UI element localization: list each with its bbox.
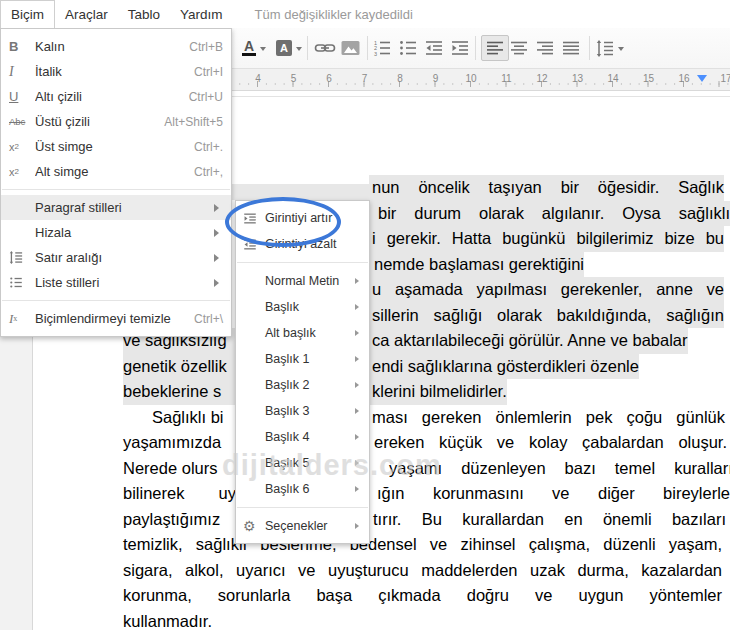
doc-text[interactable]: ığın korunmasını ve diğer bireylerle [369,481,730,507]
submenu-item-normal-metin[interactable]: Normal Metin [236,268,369,294]
doc-text[interactable]: genetik özellik [123,354,236,380]
menu-item-alti-cizili[interactable]: U Altı çizili Ctrl+U [1,84,231,109]
subscript-icon: x2 [9,166,35,178]
menu-item-italik[interactable]: I İtalik Ctrl+I [1,59,231,84]
line-spacing-icon [9,251,35,264]
submenu-arrow-icon [355,523,362,529]
doc-text[interactable]: sillerin sağlığı olarak bakıldığında, sa… [369,303,724,329]
menu-separator [2,300,230,301]
menu-bicim[interactable]: Biçim [0,0,55,28]
doc-text[interactable]: bir durum olarak algılanır. Oysa sağlıkl… [369,201,730,227]
submenu-item-baslik-1[interactable]: Başlık 1 [236,346,369,372]
submenu-item-label: Başlık 6 [265,482,355,496]
doc-text[interactable]: u aşamada yapılması gerekenler, anne ve [369,277,724,303]
menu-item-shortcut: Ctrl+B [189,40,223,54]
submenu-arrow-icon [355,408,362,414]
strikethrough-icon: Abc [9,116,35,127]
submenu-item-girintiyi-azalt[interactable]: Girintiyi azalt [236,231,369,257]
menu-item-label: Altı çizili [35,89,181,104]
submenu-arrow-icon [355,460,362,466]
submenu-arrow-icon [355,356,362,362]
menu-item-label: İtalik [35,64,186,79]
menu-araclar[interactable]: Araçlar [55,0,118,28]
doc-text[interactable]: i gerekir. Hatta bugünkü bilgilerimiz bi… [369,226,724,252]
doc-text[interactable]: Sağlıklı bi [152,405,236,431]
doc-text[interactable]: yaşamı düzenleyen bazı temel kuralların [369,456,730,482]
menu-item-liste-stilleri[interactable]: Liste stilleri [1,270,231,295]
menu-item-label: Paragraf stilleri [35,200,208,215]
doc-text[interactable]: tırır. Bu kurallardan en önemli bazıları [369,507,726,533]
menu-label: Tablo [128,7,160,22]
doc-text[interactable]: bilinerek uy [123,481,236,507]
submenu-arrow-icon [214,254,223,262]
menu-item-paragraf-stilleri[interactable]: Paragraf stilleri [1,195,231,220]
menu-item-label: Üstü çizili [35,114,156,129]
menu-item-label: Kalın [35,39,181,54]
submenu-arrow-icon [355,382,362,388]
submenu-item-alt-baslik[interactable]: Alt başlık [236,320,369,346]
doc-line[interactable]: korunma, sorunlarla başa çıkmada doğru v… [0,583,730,609]
submenu-item-baslik[interactable]: Başlık [236,294,369,320]
increase-indent-icon [243,212,265,225]
menu-separator [237,507,368,508]
doc-text[interactable]: ması gereken önlemlerin pek çoğu günlük [369,405,725,431]
submenu-arrow-icon [355,434,362,440]
submenu-item-baslik-3[interactable]: Başlık 3 [236,398,369,424]
menu-item-hizala[interactable]: Hizala [1,220,231,245]
doc-text[interactable]: nemde başlaması gerektiğini [369,252,584,278]
submenu-item-baslik-6[interactable]: Başlık 6 [236,476,369,502]
submenu-item-secenekler[interactable]: ⚙ Seçenekler [236,513,369,539]
save-status: Tüm değişiklikler kaydedildi [255,0,413,28]
doc-text[interactable]: bebeklerine s [123,379,236,405]
paragraph-styles-submenu: Girintiyi artır Girintiyi azalt Normal M… [235,200,370,544]
doc-text[interactable]: paylaştığımız [123,507,220,533]
submenu-item-label: Alt başlık [265,326,355,340]
menu-item-shortcut: Ctrl+U [189,90,223,104]
menu-item-ustu-cizili[interactable]: Abc Üstü çizili Alt+Shift+5 [1,109,231,134]
submenu-arrow-icon [214,229,223,237]
menu-item-alt-simge[interactable]: x2 Alt simge Ctrl+, [1,159,231,184]
menu-item-satir-araligi[interactable]: Satır aralığı [1,245,231,270]
doc-text[interactable]: endi sağlıklarına gösterdikleri özenle [369,354,639,380]
submenu-item-label: Başlık 5 [265,456,355,470]
underline-icon: U [9,89,35,104]
italic-icon: I [9,64,35,80]
menu-separator [237,262,368,263]
menu-item-shortcut: Alt+Shift+5 [164,115,223,129]
submenu-item-baslik-2[interactable]: Başlık 2 [236,372,369,398]
doc-text[interactable]: temizlik, sağlıklı beslenme, bedensel ve… [123,532,722,558]
doc-text[interactable]: korunma, sorunlarla başa çıkmada doğru v… [123,583,722,609]
menu-item-shortcut: Ctrl+. [194,140,223,154]
menu-item-bicimlendirmeyi-temizle[interactable]: Ix Biçimlendirmeyi temizle Ctrl+\ [1,306,231,331]
submenu-item-label: Başlık 3 [265,404,355,418]
menu-yardim[interactable]: Yardım [170,0,233,28]
menu-item-ust-simge[interactable]: x2 Üst simge Ctrl+. [1,134,231,159]
doc-text[interactable]: ca aktarılabileceği görülür. Anne ve bab… [369,328,688,354]
menu-item-label: Üst simge [35,139,186,154]
doc-text[interactable]: nun öncelik taşıyan bir öğesidir. Sağlık [369,175,724,201]
doc-text[interactable]: Nerede olurs [123,456,217,482]
submenu-item-label: Başlık 4 [265,430,355,444]
doc-text[interactable]: kullanmadır. [123,609,212,630]
submenu-item-label: Başlık 1 [265,352,355,366]
submenu-item-label: Başlık [265,300,355,314]
menu-item-kalin[interactable]: B Kalın Ctrl+B [1,34,231,59]
submenu-arrow-icon [355,278,362,284]
bold-icon: B [9,39,35,54]
submenu-item-girintiyi-artir[interactable]: Girintiyi artır [236,205,369,231]
doc-text[interactable]: yaşamımızda [123,430,221,456]
menu-item-label: Hizala [35,225,208,240]
superscript-icon: x2 [9,141,35,153]
submenu-item-baslik-5[interactable]: Başlık 5 [236,450,369,476]
submenu-arrow-icon [355,304,362,310]
submenu-arrow-icon [355,486,362,492]
menu-tablo[interactable]: Tablo [118,0,170,28]
submenu-item-label: Seçenekler [265,519,355,533]
submenu-item-baslik-4[interactable]: Başlık 4 [236,424,369,450]
doc-line[interactable]: kullanmadır. [0,609,730,630]
doc-text[interactable]: ereken küçük ve kolay çabalardan oluşur. [369,430,727,456]
doc-line[interactable]: sigara, alkol, uyarıcı ve uyuşturucu mad… [0,558,730,584]
list-icon [9,276,35,289]
doc-text[interactable]: klerini bilmelidirler. [369,379,507,405]
doc-text[interactable]: sigara, alkol, uyarıcı ve uyuşturucu mad… [123,558,722,584]
